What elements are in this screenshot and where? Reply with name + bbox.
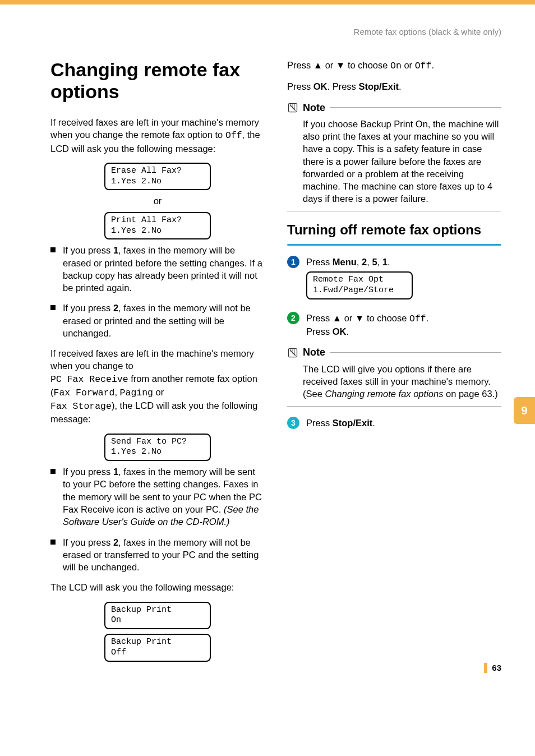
step-3: 3 Press Stop/Exit. — [287, 417, 501, 429]
key-menu: Menu — [333, 257, 357, 267]
page-body: Remote fax options (black & white only) … — [0, 4, 535, 689]
right-column: Press ▲ or ▼ to choose On or Off. Press … — [287, 59, 501, 666]
lcd-backup-print-off: Backup Print Off — [104, 634, 211, 662]
inline-code-on: On — [390, 61, 402, 71]
key-2: 2 — [113, 537, 118, 547]
note-rule-end — [287, 211, 501, 212]
key-stop-exit: Stop/Exit — [358, 81, 399, 91]
press-arrow-line: Press ▲ or ▼ to choose On or Off. — [287, 59, 501, 72]
step-badge-1: 1 — [287, 256, 299, 268]
up-arrow-icon: ▲ — [333, 313, 342, 323]
inline-code: Paging — [120, 388, 153, 398]
left-column: Changing remote fax options If received … — [50, 59, 265, 666]
note-header: Note — [287, 101, 501, 114]
note-body: The LCD will give you options if there a… — [287, 363, 501, 400]
note-rule-end — [287, 406, 501, 407]
list-item: If you press 2, faxes in the memory will… — [50, 536, 265, 574]
step-body: Press ▲ or ▼ to choose Off. Press OK. — [306, 312, 501, 338]
lcd-send-fax-to-pc: Send Fax to PC? 1.Yes 2.No — [104, 434, 211, 462]
lcd-row: Print All Fax? 1.Yes 2.No — [50, 212, 265, 240]
down-arrow-icon: ▼ — [336, 60, 345, 70]
text: . Press — [328, 81, 359, 91]
text: to choose — [364, 313, 409, 323]
text: or — [153, 387, 164, 397]
text: . — [388, 257, 390, 267]
text: . — [399, 81, 402, 91]
key-2: 2 — [362, 257, 367, 267]
chapter-tab: 9 — [514, 397, 535, 424]
note-title: Note — [303, 345, 325, 359]
text: Press — [306, 313, 333, 323]
note-header: Note — [287, 345, 501, 359]
text: If you press — [63, 467, 113, 477]
note-icon — [287, 347, 298, 358]
ask-message: The LCD will ask you the following messa… — [50, 581, 265, 593]
text: . — [372, 418, 375, 428]
two-column-layout: Changing remote fax options If received … — [50, 59, 501, 666]
key-stop-exit: Stop/Exit — [333, 418, 373, 428]
or-separator: or — [50, 195, 265, 207]
lcd-backup-print-on: Backup Print On — [104, 602, 211, 630]
key-ok: OK — [313, 81, 328, 91]
key-1: 1 — [382, 257, 388, 267]
text: on page 63.) — [443, 389, 497, 399]
page-title: Changing remote fax options — [50, 59, 265, 103]
text: or — [322, 60, 336, 70]
note-body: If you choose Backup Print On, the machi… — [287, 118, 501, 205]
key-1: 1 — [113, 467, 118, 477]
pcfax-paragraph: If received faxes are left in the machin… — [50, 347, 265, 426]
text: Press — [287, 81, 313, 91]
inline-code-off: Off — [225, 130, 242, 141]
lcd-remote-fax-opt: Remote Fax Opt 1.Fwd/Page/Store — [306, 271, 413, 299]
step-badge-3: 3 — [287, 417, 299, 429]
text: . — [431, 60, 434, 70]
lcd-erase-all-fax: Erase All Fax? 1.Yes 2.No — [104, 163, 211, 191]
text: If you press — [63, 537, 113, 547]
text: , — [367, 257, 372, 267]
text: . — [347, 326, 349, 336]
lcd-row: Backup Print Off — [50, 634, 265, 662]
bullet-list: If you press 1, faxes in the memory will… — [50, 244, 265, 339]
text: or — [402, 60, 415, 70]
text: or — [342, 313, 355, 323]
list-item: If you press 1, faxes in the memory will… — [50, 465, 265, 528]
step-2: 2 Press ▲ or ▼ to choose Off. Press OK. — [287, 312, 501, 338]
text: to choose — [345, 60, 390, 70]
press-ok-stopexit: Press OK. Press Stop/Exit. — [287, 80, 501, 93]
lcd-row: Erase All Fax? 1.Yes 2.No — [50, 163, 265, 191]
key-2: 2 — [113, 303, 118, 313]
lcd-print-all-fax: Print All Fax? 1.Yes 2.No — [104, 212, 211, 240]
step-body: Press Menu, 2, 5, 1. Remote Fax Opt 1.Fw… — [306, 256, 501, 304]
text: If you press — [63, 245, 113, 255]
inline-code: PC Fax Receive — [50, 374, 128, 385]
key-ok: OK — [333, 326, 347, 336]
inline-code: Fax Storage — [50, 401, 112, 412]
text: Press — [306, 418, 333, 428]
cross-reference: Changing remote fax options — [325, 389, 443, 399]
up-arrow-icon: ▲ — [313, 60, 322, 70]
text: , — [377, 257, 382, 267]
lcd-row: Send Fax to PC? 1.Yes 2.No — [50, 434, 265, 462]
text: Press — [306, 326, 333, 336]
intro-paragraph: If received faxes are left in your machi… — [50, 116, 265, 155]
list-item: If you press 2, faxes in the memory will… — [50, 302, 265, 339]
page-number: 63 — [492, 663, 501, 672]
page-number-accent — [484, 663, 487, 673]
running-head: Remote fax options (black & white only) — [50, 27, 501, 36]
header-rule — [0, 0, 535, 4]
text: Press — [306, 257, 333, 267]
text: Press — [287, 60, 313, 70]
text: If received faxes are left in the machin… — [50, 348, 254, 371]
step-body: Press Stop/Exit. — [306, 417, 501, 429]
text: If you press — [63, 303, 113, 313]
note-rule — [330, 107, 501, 108]
inline-code-off: Off — [409, 314, 426, 324]
section-underline — [287, 244, 501, 246]
lcd-row: Backup Print On — [50, 602, 265, 630]
note-rule — [330, 352, 501, 353]
inline-code: Fax Forward — [54, 388, 115, 398]
inline-code-off: Off — [415, 61, 432, 71]
text: . — [426, 313, 429, 323]
key-1: 1 — [113, 245, 118, 255]
section-title: Turning off remote fax options — [287, 222, 501, 238]
